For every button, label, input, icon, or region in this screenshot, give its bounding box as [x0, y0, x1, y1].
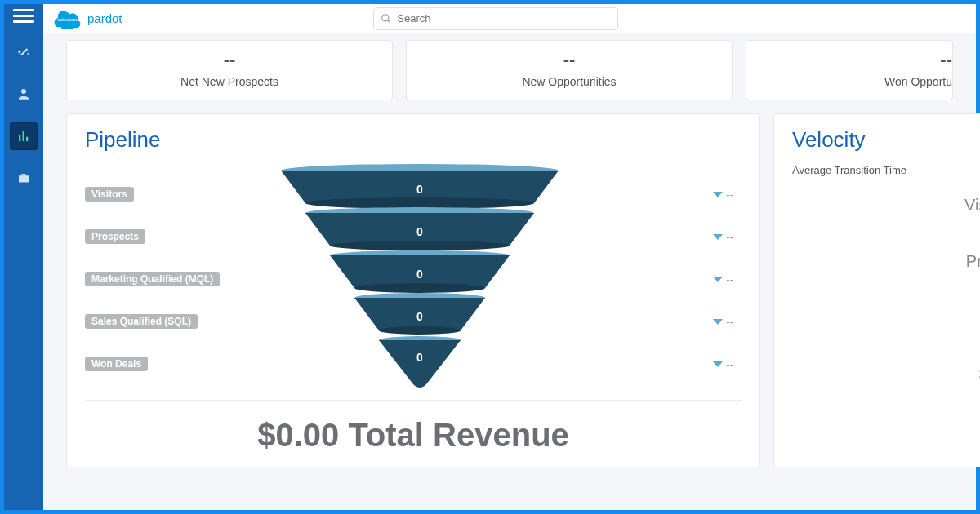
- chevron-down-icon: [713, 361, 723, 367]
- stat-value: --: [407, 49, 732, 70]
- svg-point-7: [330, 241, 510, 250]
- sidebar-item-reports[interactable]: [10, 122, 38, 150]
- svg-text:salesforce: salesforce: [57, 16, 78, 21]
- people-icon: [16, 86, 31, 101]
- stat-card-net-new-prospects[interactable]: -- Net New Prospects: [66, 40, 393, 100]
- briefcase-icon: [16, 171, 31, 186]
- search-icon: [381, 13, 392, 24]
- brand-logo[interactable]: salesforce pardot: [51, 8, 122, 29]
- stage-delta: --: [713, 316, 733, 328]
- stat-card-new-opportunities[interactable]: -- New Opportunities: [406, 40, 733, 100]
- stage-delta: --: [713, 188, 733, 201]
- svg-text:0: 0: [416, 268, 423, 281]
- pipeline-panel: Pipeline Visitors -- Prospects -- Market…: [66, 113, 760, 467]
- global-search[interactable]: [373, 7, 618, 30]
- sidebar-item-wand[interactable]: [10, 38, 38, 65]
- stat-label: Net New Prospects: [67, 75, 392, 88]
- stage-pill: Visitors: [85, 187, 134, 202]
- velocity-panel: Velocity Average Transition Time Visitor…: [773, 113, 980, 467]
- svg-point-13: [379, 326, 461, 335]
- svg-text:0: 0: [416, 310, 423, 323]
- svg-point-10: [354, 283, 485, 293]
- stat-card-won-opportunities[interactable]: -- Won Opportu: [746, 40, 953, 100]
- funnel-chart: Visitors -- Prospects -- Marketing Quali…: [85, 164, 742, 401]
- chevron-down-icon: [713, 319, 723, 325]
- velocity-item-mql-sql: MQL to S No da: [792, 308, 980, 353]
- stat-value: --: [67, 49, 392, 70]
- sidebar-item-admin[interactable]: [10, 165, 38, 193]
- top-bar: salesforce pardot: [43, 4, 976, 33]
- stage-delta: --: [713, 231, 733, 243]
- svg-line-2: [388, 20, 390, 22]
- sidebar-item-people[interactable]: [10, 80, 38, 108]
- velocity-title: Velocity: [792, 127, 980, 153]
- stage-pill: Prospects: [85, 229, 145, 244]
- velocity-item-sql-won: SQL to W No da: [792, 365, 980, 410]
- stage-delta: --: [713, 358, 733, 370]
- svg-point-1: [382, 14, 389, 20]
- left-sidebar: [4, 4, 43, 510]
- content-area: salesforce pardot -- Net New Prospects -…: [43, 4, 976, 510]
- stat-cards-row: -- Net New Prospects -- New Opportunitie…: [43, 33, 976, 100]
- chevron-down-icon: [713, 234, 723, 240]
- stat-value: --: [746, 49, 952, 70]
- hamburger-menu-icon[interactable]: [13, 9, 34, 23]
- search-input[interactable]: [397, 12, 611, 24]
- funnel-svg: 0 0 0 0: [273, 164, 567, 401]
- stage-pill: Sales Qualified (SQL): [85, 314, 198, 329]
- stat-label: Won Opportu: [746, 75, 952, 88]
- pipeline-title: Pipeline: [85, 127, 742, 153]
- stage-pill: Marketing Qualified (MQL): [85, 272, 220, 286]
- svg-point-4: [305, 197, 534, 209]
- svg-text:0: 0: [416, 183, 423, 196]
- chevron-down-icon: [713, 192, 723, 197]
- stage-pill: Won Deals: [85, 357, 148, 371]
- brand-name: pardot: [87, 11, 122, 25]
- velocity-item-visitor-prospect: Visitor to Pr No da: [792, 196, 980, 241]
- stat-label: New Opportunities: [407, 75, 732, 88]
- bar-chart-icon: [16, 129, 31, 144]
- stage-delta: --: [713, 273, 733, 286]
- main-panels-row: Pipeline Visitors -- Prospects -- Market…: [43, 100, 976, 467]
- salesforce-cloud-icon: salesforce: [51, 8, 84, 29]
- svg-text:0: 0: [416, 225, 423, 238]
- chevron-down-icon: [713, 277, 723, 282]
- total-revenue: $0.00 Total Revenue: [85, 417, 742, 454]
- svg-text:0: 0: [416, 351, 423, 364]
- velocity-subtitle: Average Transition Time: [792, 164, 980, 176]
- magic-wand-icon: [16, 44, 31, 59]
- velocity-item-prospect-mql: Prospect to No da: [792, 252, 980, 297]
